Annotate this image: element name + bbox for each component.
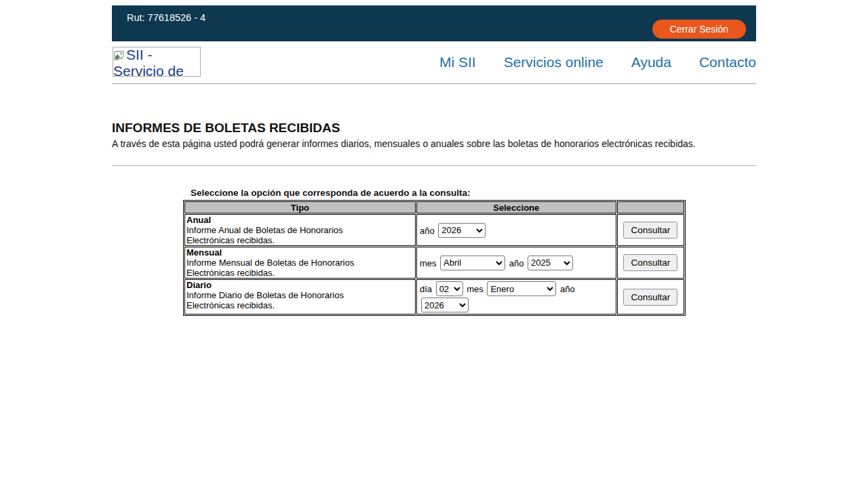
site-header: SII - Servicio de Mi SII Servicios onlin… xyxy=(112,41,756,84)
broken-image-icon xyxy=(114,49,125,64)
row-description-line1: Informe Diario de Boletas de Honorarios xyxy=(186,290,344,300)
rut-label: Rut: 77618526 - 4 xyxy=(127,12,205,23)
nav-contacto[interactable]: Contacto xyxy=(699,54,756,70)
row-description-line1: Informe Mensual de Boletas de Honorarios xyxy=(186,258,354,268)
nav-ayuda[interactable]: Ayuda xyxy=(631,54,671,70)
year-label: año xyxy=(560,284,575,294)
row-description-line2: Electrónicas recibidas. xyxy=(186,268,275,278)
diario-year-select[interactable]: 2026 xyxy=(421,298,469,312)
year-label: año xyxy=(420,225,435,235)
main-nav: Mi SII Servicios online Ayuda Contacto xyxy=(439,41,756,83)
sii-logo-broken-image[interactable]: SII - Servicio de xyxy=(113,47,201,77)
page-description: A través de esta página usted podrá gene… xyxy=(112,138,756,149)
row-type-label: Anual xyxy=(186,215,211,225)
reports-table: Tipo Seleccione Anual Informe Anual de B… xyxy=(183,200,686,316)
month-label: mes xyxy=(467,284,484,294)
column-header-tipo: Tipo xyxy=(184,201,416,214)
column-header-seleccione: Seleccione xyxy=(416,201,616,214)
diario-consultar-button[interactable]: Consultar xyxy=(623,289,677,306)
row-type-label: Diario xyxy=(186,280,212,290)
table-header-row: Tipo Seleccione xyxy=(184,201,684,214)
year-label: año xyxy=(509,258,524,268)
row-description-line1: Informe Anual de Boletas de Honorarios xyxy=(186,225,343,235)
anual-year-select[interactable]: 2026 xyxy=(438,223,486,238)
diario-month-select[interactable]: Enero xyxy=(487,281,556,296)
day-label: día xyxy=(420,284,432,294)
table-row-anual: Anual Informe Anual de Boletas de Honora… xyxy=(184,214,684,246)
nav-mi-sii[interactable]: Mi SII xyxy=(439,54,476,70)
mensual-month-select[interactable]: Abril xyxy=(440,256,505,270)
row-type-label: Mensual xyxy=(186,247,222,258)
anual-consultar-button[interactable]: Consultar xyxy=(623,222,677,239)
table-row-mensual: Mensual Informe Mensual de Boletas de Ho… xyxy=(184,247,684,279)
divider xyxy=(112,165,756,166)
column-header-action xyxy=(617,201,684,214)
nav-servicios-online[interactable]: Servicios online xyxy=(504,54,604,70)
mensual-year-select[interactable]: 2025 xyxy=(528,256,573,270)
mensual-consultar-button[interactable]: Consultar xyxy=(623,254,677,271)
logout-button[interactable]: Cerrar Sesión xyxy=(652,20,746,39)
row-description-line2: Electrónicas recibidas. xyxy=(186,300,275,310)
instruction-text: Seleccione la opción que corresponda de … xyxy=(191,188,756,198)
session-bar: Rut: 77618526 - 4 Cerrar Sesión xyxy=(112,5,756,41)
table-row-diario: Diario Informe Diario de Boletas de Hono… xyxy=(184,279,684,314)
page-title: INFORMES DE BOLETAS RECIBIDAS xyxy=(112,121,756,136)
row-description-line2: Electrónicas recibidas. xyxy=(186,235,275,245)
page-container: Rut: 77618526 - 4 Cerrar Sesión SII - Se… xyxy=(112,0,756,316)
diario-day-select[interactable]: 02 xyxy=(436,281,463,296)
month-label: mes xyxy=(420,258,437,268)
